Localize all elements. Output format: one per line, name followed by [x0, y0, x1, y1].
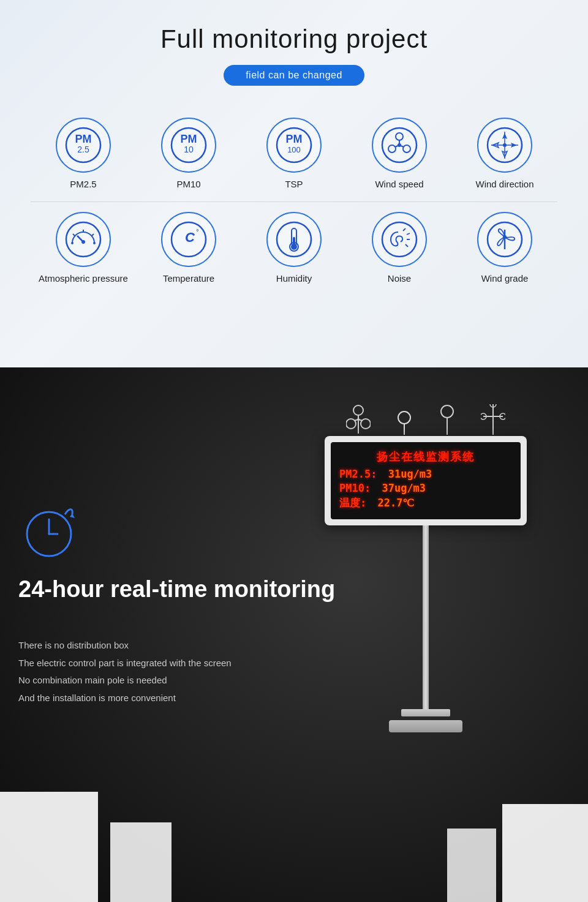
monitor-pole — [423, 525, 429, 709]
svg-point-44 — [503, 235, 507, 239]
icons-row-1: PM 2.5 PM2.5 PM 10 PM10 — [31, 108, 557, 202]
sensors-row — [334, 404, 518, 435]
sensor-cup-icon — [346, 404, 371, 435]
led-label-temp: 温度: — [339, 497, 366, 509]
monitoring-title: 24-hour real-time monitoring — [18, 576, 335, 604]
wind-grade-label: Wind grade — [481, 273, 529, 284]
humidity-icon — [274, 220, 314, 259]
svg-text:PM: PM — [286, 133, 303, 145]
monitor-screen: 扬尘在线监测系统 PM2.5: 31ug/m3 PM10: 37ug/m3 温度… — [331, 442, 521, 519]
svg-point-45 — [353, 405, 363, 415]
wind-speed-label: Wind speed — [375, 179, 423, 189]
field-badge: field can be changed — [224, 65, 364, 86]
wind-direction-icon-circle — [477, 118, 532, 173]
desc-line-2: The electric control part is integrated … — [18, 655, 232, 672]
temperature-label: Temperature — [163, 273, 214, 284]
svg-point-11 — [403, 145, 410, 152]
icon-item-humidity: Humidity — [248, 212, 340, 284]
led-label-pm10: PM10: — [339, 482, 371, 494]
led-title: 扬尘在线监测系统 — [339, 449, 512, 464]
svg-point-53 — [398, 412, 410, 424]
icon-item-tsp: PM 100 TSP — [248, 118, 340, 189]
svg-text:100: 100 — [287, 145, 301, 154]
svg-point-10 — [396, 133, 403, 140]
tsp-icon: PM 100 — [274, 126, 314, 165]
svg-text:2.5: 2.5 — [77, 145, 89, 154]
svg-point-25 — [66, 222, 100, 257]
svg-point-41 — [382, 222, 417, 257]
svg-point-51 — [357, 418, 360, 421]
wind-direction-label: Wind direction — [475, 179, 533, 189]
wind-speed-icon — [380, 126, 419, 165]
svg-text:°: ° — [196, 228, 199, 236]
icons-row-2: Atmospheric pressure C ° Temperature — [31, 202, 557, 296]
svg-point-40 — [291, 244, 297, 250]
section-monitoring-project: Full monitoring project field can be cha… — [0, 0, 588, 367]
led-row-pm10: PM10: 37ug/m3 — [339, 482, 512, 494]
noise-icon-circle — [372, 212, 427, 267]
pm10-label: PM10 — [176, 179, 200, 189]
svg-point-31 — [71, 242, 74, 244]
monitor-wrapper: 扬尘在线监测系统 PM2.5: 31ug/m3 PM10: 37ug/m3 温度… — [325, 404, 527, 732]
svg-point-55 — [441, 405, 453, 418]
svg-point-30 — [81, 240, 85, 244]
svg-point-12 — [388, 145, 396, 152]
icon-item-pm25: PM 2.5 PM2.5 — [37, 118, 129, 189]
svg-text:PM: PM — [75, 133, 92, 145]
icon-item-temperature: C ° Temperature — [143, 212, 235, 284]
wind-grade-icon — [485, 220, 524, 259]
icon-item-wind-direction: Wind direction — [459, 118, 551, 189]
humidity-icon-circle — [266, 212, 322, 267]
led-row-pm25: PM2.5: 31ug/m3 — [339, 468, 512, 480]
pm10-icon: PM 10 — [169, 126, 208, 165]
section-realtime-monitoring: 扬尘在线监测系统 PM2.5: 31ug/m3 PM10: 37ug/m3 温度… — [0, 367, 588, 902]
led-row-temp: 温度: 22.7℃ — [339, 496, 512, 510]
clock-section — [18, 502, 80, 566]
pm10-icon-circle: PM 10 — [161, 118, 216, 173]
temperature-icon: C ° — [169, 220, 208, 259]
badge-container: field can be changed — [12, 65, 576, 86]
sensor-sphere2-icon — [438, 404, 456, 435]
led-value-temp: 22.7℃ — [378, 497, 415, 509]
pm25-icon-circle: PM 2.5 — [56, 118, 111, 173]
humidity-label: Humidity — [276, 273, 312, 284]
tsp-label: TSP — [285, 179, 303, 189]
icon-item-pm10: PM 10 PM10 — [143, 118, 235, 189]
sensor-sphere-icon — [395, 410, 413, 435]
svg-text:C: C — [185, 230, 195, 245]
desc-line-4: And the installation is more convenient — [18, 690, 232, 707]
white-box-right2 — [447, 829, 496, 902]
led-label-pm25: PM2.5: — [339, 468, 377, 480]
tsp-icon-circle: PM 100 — [266, 118, 322, 173]
icons-grid: PM 2.5 PM2.5 PM 10 PM10 — [31, 108, 557, 296]
monitor-frame: 扬尘在线监测系统 PM2.5: 31ug/m3 PM10: 37ug/m3 温度… — [325, 436, 527, 525]
icon-item-noise: Noise — [353, 212, 445, 284]
wind-direction-icon — [485, 126, 524, 165]
led-value-pm25: 31ug/m3 — [388, 468, 432, 480]
desc-line-3: No combination main pole is needed — [18, 672, 232, 690]
clock-icon — [18, 502, 80, 563]
svg-line-27 — [73, 234, 75, 236]
icon-item-wind-speed: Wind speed — [353, 118, 445, 189]
svg-point-32 — [93, 242, 96, 244]
icon-item-wind-grade: Wind grade — [459, 212, 551, 284]
white-boxes-decoration — [0, 767, 588, 902]
atm-pressure-label: Atmospheric pressure — [39, 273, 128, 284]
svg-text:PM: PM — [181, 133, 197, 145]
noise-icon — [380, 220, 419, 259]
white-box-mid — [110, 822, 172, 902]
white-box-left — [0, 792, 98, 902]
monitor-foot — [389, 720, 462, 732]
temperature-icon-circle: C ° — [161, 212, 216, 267]
svg-point-16 — [398, 143, 401, 147]
sensor-anemometer-icon — [481, 404, 505, 435]
icon-item-atm-pressure: Atmospheric pressure — [37, 212, 129, 284]
led-value-pm10: 37ug/m3 — [382, 482, 426, 494]
pm25-icon: PM 2.5 — [64, 126, 103, 165]
wind-speed-icon-circle — [372, 118, 427, 173]
monitor-base — [401, 709, 450, 716]
monitoring-description: There is no distribution box The electri… — [18, 637, 232, 707]
noise-label: Noise — [388, 273, 411, 284]
wind-grade-icon-circle — [477, 212, 532, 267]
white-box-right — [502, 804, 588, 902]
